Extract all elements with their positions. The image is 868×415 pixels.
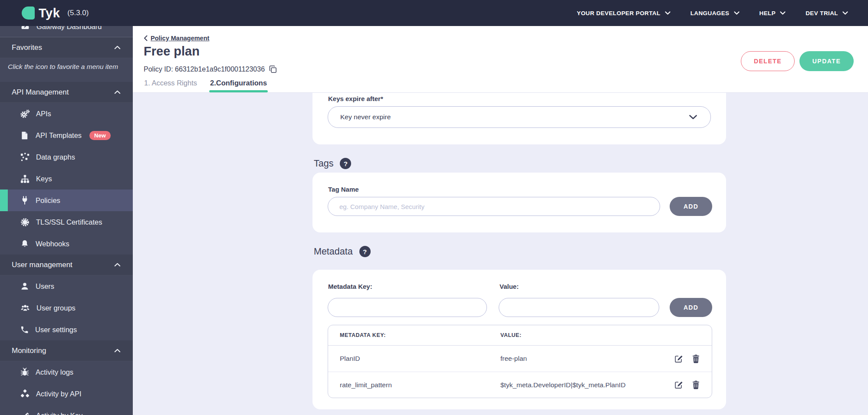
tag-input-row: ADD <box>328 197 712 216</box>
table-row: PlanID free-plan <box>328 346 712 372</box>
edit-icon[interactable] <box>674 354 683 363</box>
tags-heading-row: Tags ? <box>314 158 726 169</box>
chevron-down-icon <box>842 11 848 15</box>
metadata-key-cell: PlanID <box>340 355 500 363</box>
chevron-down-icon <box>780 11 786 15</box>
keys-expire-select[interactable]: Key never expire <box>328 106 711 128</box>
metadata-key-input[interactable] <box>328 298 487 317</box>
sidebar-item-policies[interactable]: Policies <box>0 190 133 211</box>
sidebar-item-activity-by-api[interactable]: Activity by API <box>0 383 133 405</box>
sidebar-item-keys[interactable]: Keys <box>0 168 133 190</box>
sidebar-item-tls-ssl-certificates[interactable]: TLS/SSL Certificates <box>0 211 133 233</box>
add-metadata-button[interactable]: ADD <box>670 298 712 317</box>
sidebar-item-activity-logs[interactable]: Activity logs <box>0 361 133 383</box>
content-column: Keys expire after* Key never expire Tags… <box>312 93 726 409</box>
row-actions <box>674 354 700 363</box>
tab-configurations[interactable]: 2.Configurations <box>210 79 267 92</box>
policy-id-label: Policy ID: 66312b1e1a9c1f0001123036 <box>144 65 265 73</box>
sidebar-section-monitoring[interactable]: Monitoring <box>0 340 133 361</box>
sidebar-item-label: Gateway Dashboard <box>36 26 102 31</box>
table-header-value: VALUE: <box>500 332 700 338</box>
menu-languages[interactable]: LANGUAGES <box>690 10 740 16</box>
gears-icon <box>20 109 30 119</box>
menu-label: YOUR DEVELOPER PORTAL <box>577 10 661 16</box>
menu-label: LANGUAGES <box>690 10 730 16</box>
header-buttons: DELETE UPDATE <box>741 51 854 71</box>
sidebar-item-user-settings[interactable]: User settings <box>0 319 133 340</box>
sidebar-item-label: APIs <box>36 110 51 118</box>
logo-text: Tyk <box>39 7 60 20</box>
metadata-value-cell: $tyk_meta.DeveloperID|$tyk_meta.PlanID <box>500 381 674 389</box>
section-label: API Management <box>12 88 69 97</box>
data-graphs-icon <box>20 152 30 162</box>
sidebar-item-apis[interactable]: APIs <box>0 103 133 124</box>
sidebar-item-activity-by-key[interactable]: Activity by Key <box>0 405 133 415</box>
plug-icon <box>20 196 30 205</box>
sidebar-item-data-graphs[interactable]: Data graphs <box>0 146 133 168</box>
table-header-row: METADATA KEY: VALUE: <box>328 325 712 346</box>
menu-label: HELP <box>760 10 776 16</box>
trash-icon[interactable] <box>692 354 700 363</box>
add-tag-button[interactable]: ADD <box>670 197 712 216</box>
tabs: 1. Access Rights 2.Configurations <box>144 79 267 92</box>
tab-access-rights[interactable]: 1. Access Rights <box>144 79 197 92</box>
sidebar-item-api-templates[interactable]: API Templates New <box>0 124 133 146</box>
table-header-key: METADATA KEY: <box>340 332 500 338</box>
sidebar-item-label: Data graphs <box>36 153 75 161</box>
metadata-labels-row: Metadata Key: Value: <box>328 283 712 294</box>
sidebar-section-favorites[interactable]: Favorites <box>0 37 133 58</box>
help-icon[interactable]: ? <box>340 158 351 169</box>
menu-developer-portal[interactable]: YOUR DEVELOPER PORTAL <box>577 10 671 16</box>
sidebar-section-api-management[interactable]: API Management <box>0 82 133 103</box>
chevron-up-icon <box>114 90 121 94</box>
sidebar-item-label: User settings <box>35 326 77 334</box>
update-button[interactable]: UPDATE <box>799 51 854 71</box>
tag-name-input[interactable] <box>328 197 660 216</box>
breadcrumb[interactable]: Policy Management <box>144 35 209 42</box>
tyk-logo[interactable]: Tyk (5.3.0) <box>22 7 89 20</box>
section-label: Monitoring <box>12 346 46 355</box>
chevron-up-icon <box>114 349 121 353</box>
metadata-value-label: Value: <box>500 283 519 290</box>
bell-icon <box>20 239 30 249</box>
delete-button[interactable]: DELETE <box>741 51 795 71</box>
sidebar-section-user-management[interactable]: User management <box>0 255 133 275</box>
copy-icon[interactable] <box>269 65 277 74</box>
sidebar-item-users[interactable]: Users <box>0 275 133 297</box>
sidebar-item-webhooks[interactable]: Webhooks <box>0 233 133 255</box>
sidebar-item-label: API Templates <box>36 131 82 140</box>
sidebar-item-label: Activity by Key <box>36 412 82 415</box>
app-root: Tyk (5.3.0) YOUR DEVELOPER PORTAL LANGUA… <box>0 0 868 415</box>
menu-dev-trial[interactable]: DEV TRIAL <box>806 10 848 16</box>
metadata-value-input[interactable] <box>499 298 659 317</box>
page-title: Free plan <box>144 44 200 59</box>
sidebar-item-label: Policies <box>36 196 60 205</box>
trash-icon[interactable] <box>692 380 700 389</box>
metadata-input-row: ADD <box>328 298 712 317</box>
cubes-icon <box>20 389 30 399</box>
sidebar-item-label: Webhooks <box>36 240 69 248</box>
sidebar-item-user-groups[interactable]: User groups <box>0 297 133 319</box>
chevron-down-icon <box>734 11 740 15</box>
edit-icon[interactable] <box>674 380 683 389</box>
sidebar-item-label: Activity by API <box>36 390 82 398</box>
breadcrumb-label: Policy Management <box>151 35 209 42</box>
chevron-down-icon <box>689 114 697 120</box>
sidebar-item-gateway-dashboard[interactable]: Gateway Dashboard <box>0 26 133 37</box>
keys-expire-card: Keys expire after* Key never expire <box>312 93 726 144</box>
metadata-heading-row: Metadata ? <box>314 246 726 257</box>
bug-icon <box>20 367 30 377</box>
help-icon[interactable]: ? <box>359 246 371 257</box>
key-icon <box>20 411 30 415</box>
users-icon <box>20 303 30 313</box>
phone-icon <box>20 325 29 334</box>
metadata-key-cell: rate_limit_pattern <box>340 381 500 389</box>
sidebar-item-label: Users <box>36 282 54 291</box>
tags-heading: Tags <box>314 158 333 169</box>
menu-help[interactable]: HELP <box>760 10 786 16</box>
sidebar-scroll[interactable]: Gateway Dashboard Favorites Click the ic… <box>0 26 133 415</box>
selected-option: Key never expire <box>340 113 391 121</box>
sidebar-item-label: Keys <box>36 175 52 183</box>
chevron-down-icon <box>665 11 671 15</box>
topbar-menus: YOUR DEVELOPER PORTAL LANGUAGES HELP DEV… <box>577 10 848 16</box>
